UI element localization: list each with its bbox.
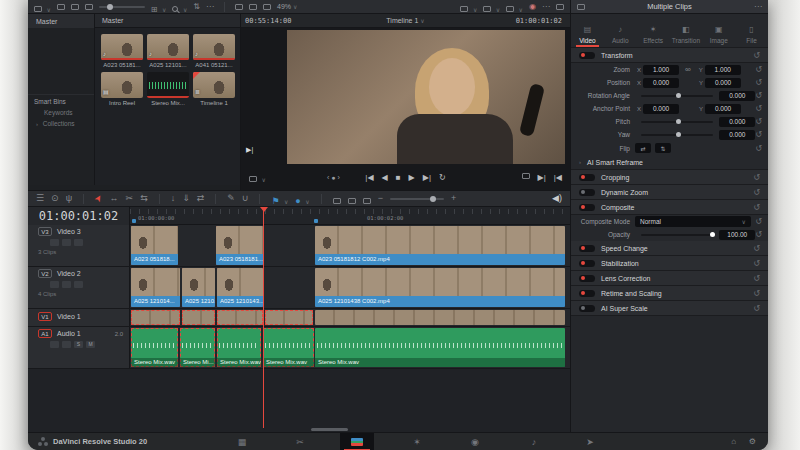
reset-icon[interactable]: ↺ (753, 203, 760, 212)
timeline-clip[interactable] (315, 310, 565, 325)
display-monitor-3-icon[interactable] (263, 4, 271, 10)
retime-curve-icon[interactable]: ✎ (227, 194, 235, 203)
reset-icon[interactable]: ↺ (753, 304, 760, 313)
yaw-field[interactable]: 0.000 (719, 130, 755, 140)
inspector-toggle-icon[interactable] (556, 4, 564, 10)
tab-effects[interactable]: ✶Effects (637, 17, 670, 47)
reset-icon[interactable]: ↺ (753, 188, 760, 197)
slider-knob[interactable] (107, 4, 113, 10)
ai-super-scale-enable-toggle[interactable] (579, 305, 595, 312)
timeline-ruler[interactable]: 01:00:00:00 01:00:02:00 (130, 207, 570, 225)
timeline-selector[interactable]: Timeline 1 ∨ (386, 17, 424, 24)
timeline-clip[interactable] (265, 310, 313, 325)
timeline-clip[interactable]: A025 12101438 C002.mp4 (315, 268, 565, 307)
custom-zoom-button[interactable] (363, 190, 371, 208)
position-x-field[interactable]: 0.000 (643, 78, 679, 88)
play-reverse-button[interactable]: ◀ (382, 173, 388, 182)
page-cut[interactable]: ✂ (283, 433, 317, 450)
section-composite[interactable]: Composite ↺ (571, 200, 768, 215)
track-header-v3[interactable]: V3Video 3 3 Clips (28, 225, 130, 266)
page-fusion[interactable]: ✶ (400, 433, 434, 450)
media-clip-card[interactable]: Stereo Mix... (147, 72, 189, 106)
timeline-zoom-slider[interactable] (390, 198, 444, 200)
track-id-badge[interactable]: V1 (38, 312, 52, 321)
mute-button[interactable]: M (86, 341, 95, 348)
reset-icon[interactable]: ↺ (753, 259, 760, 268)
audio-clip[interactable]: Stereo Mix.wav (263, 328, 314, 367)
timeline-clip[interactable]: A023 05181812 C002.mp4 (315, 226, 565, 265)
page-deliver[interactable]: ➤ (573, 433, 607, 450)
tab-image[interactable]: ▣Image (702, 17, 735, 47)
rotation-field[interactable]: 0.000 (719, 91, 755, 101)
lock-icon[interactable] (50, 239, 59, 246)
track-lane-v3[interactable]: A023 051818... A023 0518181... A023 0518… (130, 225, 570, 266)
viewer-mode-button[interactable]: ∨ (249, 168, 266, 186)
pitch-field[interactable]: 0.000 (719, 117, 755, 127)
anchor-x-field[interactable]: 0.000 (643, 104, 679, 114)
tab-audio[interactable]: ♪Audio (604, 17, 637, 47)
track-lane-v2[interactable]: A025 121014... A025 1210... A025 1210143… (130, 267, 570, 308)
project-home-button[interactable]: ⌂ (731, 433, 736, 450)
full-extent-zoom-button[interactable] (333, 190, 341, 208)
goto-out-button[interactable]: |◀ (554, 173, 562, 182)
reset-icon[interactable]: ↺ (753, 244, 760, 253)
timeline-marker[interactable] (314, 219, 318, 223)
reset-icon[interactable]: ↺ (755, 144, 762, 153)
thumbnail-size-slider[interactable] (99, 6, 145, 8)
clone-tool-icon[interactable] (57, 4, 65, 10)
flip-vertical-button[interactable]: ⇅ (655, 143, 671, 153)
insert-clip-button[interactable]: ↓ (171, 194, 176, 203)
current-bin-tab[interactable]: Master (95, 14, 240, 28)
jog-control[interactable]: ‹ ● › (327, 174, 340, 181)
lens-correction-enable-toggle[interactable] (579, 275, 595, 282)
pitch-slider[interactable] (641, 121, 713, 123)
opacity-slider[interactable] (641, 234, 713, 236)
timeline-clip[interactable]: A025 1210143... (217, 268, 263, 307)
video-frame[interactable] (287, 30, 565, 164)
sidebar-item-keywords[interactable]: Keywords (28, 107, 94, 118)
track-header-v2[interactable]: V2Video 2 4 Clips (28, 267, 130, 308)
dynamic-trim-button[interactable]: ⇆ (140, 194, 148, 203)
composite-mode-dropdown[interactable]: Normal∨ (635, 216, 751, 227)
rotation-slider[interactable] (641, 95, 713, 97)
flip-horizontal-button[interactable]: ⇄ (635, 143, 651, 153)
reset-icon[interactable]: ↺ (755, 65, 762, 74)
more-options-icon[interactable]: ⋯ (206, 3, 214, 11)
reset-icon[interactable]: ↺ (755, 217, 762, 226)
reset-icon[interactable]: ↺ (755, 78, 762, 87)
section-dynamic-zoom[interactable]: Dynamic Zoom ↺ (571, 185, 768, 200)
tab-video[interactable]: ▤Video (571, 17, 604, 47)
timeline-clip[interactable]: A025 121014... (131, 268, 180, 307)
razor-edit-button[interactable]: ✂ (126, 194, 134, 203)
track-id-badge[interactable]: A1 (38, 329, 52, 338)
audio-clip[interactable]: Stereo Mix.wav (131, 328, 178, 367)
marker-button[interactable]: ● ∨ (295, 190, 309, 208)
enable-track-icon[interactable] (62, 239, 71, 246)
page-fairlight[interactable]: ♪ (517, 433, 551, 450)
play-button[interactable]: ▶ (409, 173, 415, 182)
page-edit[interactable] (340, 433, 374, 450)
audio-clip[interactable]: Stereo Mix.wav (217, 328, 261, 367)
track-header-v1[interactable]: V1Video 1 (28, 309, 130, 326)
media-clip-card[interactable]: ♪ A023 05181... (101, 34, 143, 68)
lock-icon[interactable] (50, 281, 59, 288)
enable-track-icon[interactable] (62, 281, 71, 288)
solo-button[interactable]: S (74, 341, 83, 348)
reset-icon[interactable]: ↺ (755, 91, 762, 100)
display-monitor-2-icon[interactable] (249, 4, 257, 10)
lock-icon[interactable] (50, 341, 59, 348)
sidebar-item-collections[interactable]: › Collections (28, 118, 94, 129)
dynamic-zoom-enable-toggle[interactable] (579, 189, 595, 196)
page-color[interactable]: ◉ (458, 433, 492, 450)
viewer-zoom-select[interactable]: 49% ∨ (277, 3, 297, 10)
section-transform[interactable]: Transform ↺ (571, 48, 768, 63)
composite-enable-toggle[interactable] (579, 204, 595, 211)
track-lane-a1[interactable]: Stereo Mix.wav Stereo Mi... Stereo Mix.w… (130, 327, 570, 368)
timeline-clip[interactable]: A023 051818... (131, 226, 178, 265)
audio-mixer-icon[interactable]: ◀) (552, 194, 562, 203)
section-lens-correction[interactable]: Lens Correction ↺ (571, 271, 768, 286)
timeline-marker[interactable] (132, 219, 136, 223)
slider-knob[interactable] (430, 196, 436, 202)
timeline-clip[interactable]: A023 0518181... (216, 226, 263, 265)
match-frame-icon[interactable] (522, 173, 530, 179)
